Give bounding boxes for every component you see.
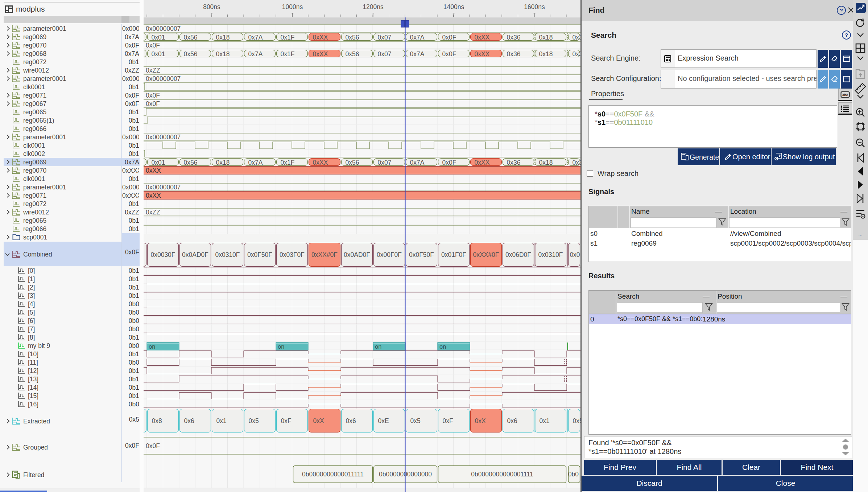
svg-text:0x3: 0x3 — [573, 159, 581, 166]
svg-text:0x18: 0x18 — [539, 34, 553, 41]
svg-text:0x07: 0x07 — [378, 34, 392, 41]
svg-text:0xF: 0xF — [281, 417, 292, 425]
svg-text:0xF: 0xF — [443, 417, 453, 425]
svg-text:0b0: 0b0 — [568, 471, 579, 478]
svg-text:0x56: 0x56 — [184, 50, 198, 58]
svg-text:0x00000007: 0x00000007 — [146, 184, 181, 191]
svg-text:0xZZ: 0xZZ — [146, 209, 160, 216]
svg-text:0x0F: 0x0F — [442, 34, 456, 41]
svg-text:0x18: 0x18 — [216, 159, 230, 166]
svg-text:0x5: 0x5 — [410, 417, 421, 425]
svg-text:0x01: 0x01 — [152, 159, 165, 166]
svg-text:0xXX#0F: 0xXX#0F — [311, 251, 338, 258]
svg-text:0x3: 0x3 — [573, 50, 581, 58]
svg-text:abc: abc — [842, 93, 848, 97]
svg-text:0x0AD0F: 0x0AD0F — [344, 251, 370, 258]
svg-text:0x7A: 0x7A — [410, 159, 425, 166]
svg-text:on: on — [278, 343, 284, 350]
svg-text:0x0F: 0x0F — [146, 100, 160, 107]
svg-text:0x07: 0x07 — [378, 50, 392, 58]
svg-text:0x18: 0x18 — [216, 50, 230, 58]
svg-text:on: on — [439, 343, 446, 350]
svg-text:0x56: 0x56 — [346, 50, 359, 58]
svg-text:0x5: 0x5 — [249, 417, 259, 425]
svg-text:1200ns: 1200ns — [363, 3, 384, 11]
svg-text:0x6: 0x6 — [184, 417, 194, 425]
svg-text:0x3: 0x3 — [573, 34, 581, 41]
svg-text:0x18: 0x18 — [539, 50, 553, 58]
svg-text:0x0310F: 0x0310F — [215, 251, 240, 258]
svg-text:0x00F0F: 0x00F0F — [377, 251, 402, 258]
svg-text:0b0000000000001111: 0b0000000000001111 — [471, 471, 533, 478]
svg-text:0x36: 0x36 — [507, 50, 521, 58]
svg-text:1000ns: 1000ns — [282, 3, 303, 11]
svg-text:0x0F50F: 0x0F50F — [247, 251, 272, 258]
svg-text:0xXX: 0xXX — [313, 159, 328, 166]
svg-text:0x18: 0x18 — [539, 159, 553, 166]
svg-text:0x0AD0F: 0x0AD0F — [182, 251, 208, 258]
svg-text:0x0F: 0x0F — [146, 42, 160, 49]
svg-text:0xXX: 0xXX — [146, 167, 161, 174]
svg-text:0x0030F: 0x0030F — [150, 251, 175, 258]
svg-text:0x0310F: 0x0310F — [538, 251, 563, 258]
svg-text:0x00000007: 0x00000007 — [146, 25, 181, 32]
svg-text:1600ns: 1600ns — [524, 3, 545, 11]
svg-text:0x5: 0x5 — [573, 417, 581, 425]
svg-text:0x03F0F: 0x03F0F — [280, 251, 305, 258]
svg-text:0x00000007: 0x00000007 — [146, 134, 181, 141]
svg-text:0x1F: 0x1F — [281, 34, 295, 41]
svg-text:0x0: 0x0 — [570, 251, 580, 258]
svg-text:0xXX: 0xXX — [475, 159, 490, 166]
svg-text:0x00000007: 0x00000007 — [146, 75, 181, 82]
svg-text:0x0F50F: 0x0F50F — [409, 251, 434, 258]
svg-text:0x18: 0x18 — [216, 34, 230, 41]
svg-text:0xXX: 0xXX — [313, 50, 328, 58]
svg-text:1400ns: 1400ns — [443, 3, 464, 11]
svg-text:0xXX#0F: 0xXX#0F — [473, 251, 499, 258]
svg-text:on: on — [149, 343, 155, 350]
svg-text:800ns: 800ns — [203, 3, 220, 11]
svg-text:0x7A: 0x7A — [410, 34, 425, 41]
svg-text:0xXX: 0xXX — [146, 192, 161, 199]
svg-text:0x7A: 0x7A — [410, 50, 425, 58]
svg-text:?: ? — [840, 7, 843, 13]
svg-text:0x0F: 0x0F — [442, 50, 456, 58]
svg-text:...: ... — [858, 231, 863, 237]
svg-text:0xZZ: 0xZZ — [146, 67, 160, 74]
svg-text:0x0F: 0x0F — [146, 442, 160, 450]
svg-text:0xXX: 0xXX — [475, 34, 490, 41]
svg-text:0x6: 0x6 — [346, 417, 356, 425]
svg-text:on: on — [375, 343, 381, 350]
svg-text:0x0F: 0x0F — [146, 92, 160, 99]
svg-text:0x7A: 0x7A — [248, 159, 263, 166]
svg-text:0xX: 0xX — [475, 417, 486, 425]
svg-text:0x56: 0x56 — [184, 34, 198, 41]
svg-text:0x7A: 0x7A — [248, 34, 263, 41]
svg-text:0b0000000000011111: 0b0000000000011111 — [302, 471, 364, 478]
svg-text:0x36: 0x36 — [507, 34, 521, 41]
svg-text:0x56: 0x56 — [346, 159, 359, 166]
svg-text:0x0F: 0x0F — [442, 159, 456, 166]
svg-text:0x1F: 0x1F — [281, 50, 295, 58]
svg-text:0x06D0F: 0x06D0F — [505, 251, 531, 258]
svg-text:0x56: 0x56 — [184, 159, 198, 166]
svg-text:0x1F: 0x1F — [281, 159, 295, 166]
svg-text:0x6: 0x6 — [507, 417, 517, 425]
svg-text:0xXX: 0xXX — [475, 50, 490, 58]
svg-text:0x01: 0x01 — [152, 34, 165, 41]
svg-text:0x1: 0x1 — [216, 417, 227, 425]
svg-text:0x1: 0x1 — [540, 417, 550, 425]
svg-text:?: ? — [845, 32, 848, 38]
svg-text:0x01F0F: 0x01F0F — [441, 251, 466, 258]
svg-text:0xX: 0xX — [313, 417, 324, 425]
svg-text:0x36: 0x36 — [507, 159, 521, 166]
svg-text:0x01: 0x01 — [152, 50, 165, 58]
svg-text:0x07: 0x07 — [378, 159, 392, 166]
svg-text:0x7A: 0x7A — [248, 50, 263, 58]
svg-text:0xXX: 0xXX — [313, 34, 328, 41]
svg-text:0x8: 0x8 — [152, 417, 162, 425]
svg-text:0x56: 0x56 — [346, 34, 359, 41]
svg-text:0xE: 0xE — [378, 417, 389, 425]
